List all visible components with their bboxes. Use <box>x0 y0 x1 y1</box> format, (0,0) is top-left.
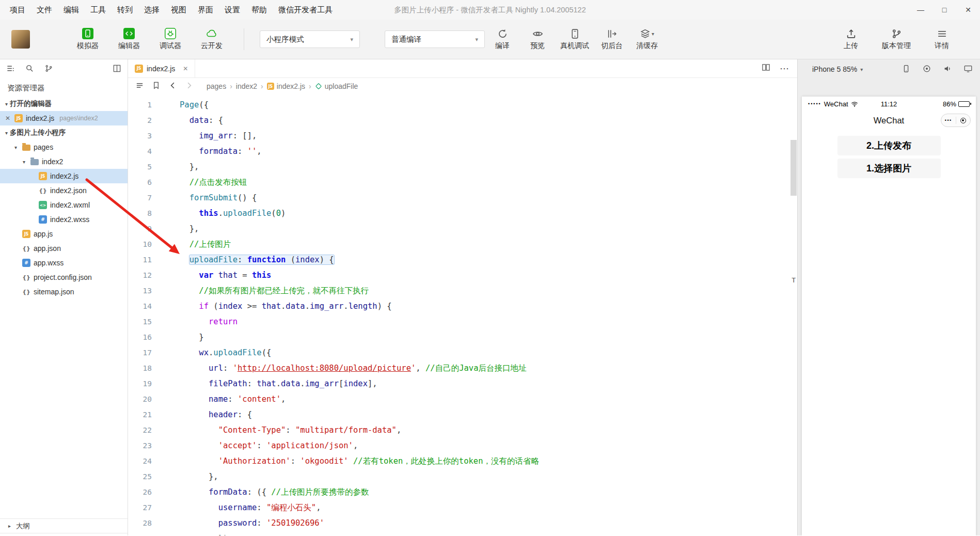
code-line[interactable]: filePath: that.data.img_arr[index], <box>180 376 797 391</box>
device-selector[interactable]: iPhone 5 85% <box>812 65 857 73</box>
code-line[interactable]: this.uploadFile(0) <box>180 206 797 221</box>
code-line[interactable]: //如果所有图片都已经上传完，就不再往下执行 <box>180 283 797 298</box>
open-editors-header[interactable]: ▾打开的编辑器 <box>0 97 128 111</box>
code-line[interactable]: formSubmit() { <box>180 190 797 206</box>
code-line[interactable]: username: "编程小石头", <box>180 500 797 515</box>
line-number[interactable]: 7 <box>128 190 152 206</box>
menu-item[interactable]: 工具 <box>85 0 112 20</box>
debugger-toggle-button[interactable]: 调试器 <box>154 28 187 51</box>
line-number[interactable]: 11 <box>128 252 152 267</box>
back-arrow-button[interactable] <box>168 81 177 91</box>
line-number[interactable]: 9 <box>128 221 152 237</box>
search-button[interactable] <box>25 64 34 75</box>
menu-item[interactable]: 选择 <box>138 0 165 20</box>
sound-button[interactable] <box>943 64 952 75</box>
display-button[interactable] <box>963 64 973 75</box>
upload-button[interactable]: 上传 <box>839 28 863 51</box>
line-number[interactable]: 2 <box>128 113 152 128</box>
code-line[interactable]: "Content-Type": "multipart/form-data", <box>180 422 797 438</box>
code-line[interactable]: 'accept': 'application/json', <box>180 438 797 453</box>
breadcrumb-item[interactable]: pages <box>207 82 226 90</box>
tree-item[interactable]: {}app.json <box>0 241 128 256</box>
menu-item[interactable]: 编辑 <box>58 0 85 20</box>
line-number[interactable]: 17 <box>128 345 152 360</box>
code-line[interactable]: password: '2501902696' <box>180 515 797 531</box>
menu-item[interactable]: 项目 <box>4 0 31 20</box>
files-list-button[interactable] <box>6 64 15 75</box>
sidebar-section[interactable]: ▸时间线 <box>0 533 128 535</box>
bookmark-button[interactable] <box>152 81 161 91</box>
clear-cache-button[interactable]: ▾清缓存 <box>635 28 659 51</box>
tree-item[interactable]: ▾pages <box>0 140 128 154</box>
tree-item[interactable]: #app.wxss <box>0 256 128 270</box>
menu-item[interactable]: 微信开发者工具 <box>273 0 338 20</box>
line-number[interactable]: 12 <box>128 267 152 283</box>
split-editor-button[interactable] <box>762 63 770 74</box>
code-line[interactable]: data: { <box>180 113 797 128</box>
line-number[interactable]: 21 <box>128 407 152 422</box>
line-number[interactable]: 14 <box>128 298 152 314</box>
line-number[interactable]: 23 <box>128 438 152 453</box>
tree-item[interactable]: <>index2.wxml <box>0 198 128 212</box>
line-number[interactable]: 26 <box>128 484 152 500</box>
collapse-panel-button[interactable] <box>113 64 121 75</box>
compile-button[interactable]: 编译 <box>490 28 515 51</box>
editor-scrollbar[interactable] <box>790 94 797 535</box>
code-line[interactable]: url: 'http://localhost:8080/upload/pictu… <box>180 360 797 376</box>
capsule-more-button[interactable]: ••• <box>941 114 956 127</box>
source-control-button[interactable] <box>44 64 53 75</box>
line-number[interactable]: 6 <box>128 175 152 190</box>
capsule-close-button[interactable] <box>956 114 971 127</box>
code-line[interactable]: uploadFile: function (index) { <box>180 252 797 267</box>
line-number[interactable]: 22 <box>128 422 152 438</box>
line-number[interactable]: 27 <box>128 500 152 515</box>
user-avatar[interactable] <box>11 30 30 49</box>
line-number[interactable]: 25 <box>128 469 152 484</box>
line-number[interactable]: 8 <box>128 206 152 221</box>
miniprogram-button[interactable]: 1.选择图片 <box>837 159 941 178</box>
code-line[interactable]: wx.uploadFile({ <box>180 345 797 360</box>
tree-item[interactable]: JSapp.js <box>0 227 128 241</box>
mode-select[interactable]: 小程序模式 ▾ <box>260 30 360 48</box>
code-line[interactable]: } <box>180 329 797 345</box>
line-number[interactable]: 15 <box>128 314 152 329</box>
line-number[interactable]: 28 <box>128 515 152 531</box>
code-line[interactable]: }), <box>180 531 797 535</box>
scrollbar-thumb[interactable] <box>791 140 797 196</box>
line-number[interactable]: 1 <box>128 97 152 113</box>
code-line[interactable]: if (index >= that.data.img_arr.length) { <box>180 298 797 314</box>
sidebar-section[interactable]: ▸大纲 <box>0 518 128 533</box>
code-line[interactable]: }, <box>180 159 797 175</box>
code-line[interactable]: //上传图片 <box>180 237 797 252</box>
screenshot-button[interactable] <box>922 64 931 75</box>
open-editor-item[interactable]: ✕JSindex2.jspages\index2 <box>0 111 128 125</box>
code-line[interactable]: img_arr: [], <box>180 128 797 144</box>
menu-item[interactable]: 视图 <box>165 0 192 20</box>
breadcrumb-item[interactable]: index2 <box>236 82 257 90</box>
code-editor[interactable]: 1234567891011121314151617181920212223242… <box>128 94 797 535</box>
project-header[interactable]: ▾多图片上传小程序 <box>0 125 128 140</box>
breadcrumb-item[interactable]: JSindex2.js <box>267 82 305 90</box>
simulator-toggle-button[interactable]: 模拟器 <box>71 28 104 51</box>
tab-close-icon[interactable]: ✕ <box>183 65 188 72</box>
tree-item[interactable]: JSindex2.js <box>0 169 128 183</box>
outline-list-button[interactable] <box>135 81 144 91</box>
menu-item[interactable]: 帮助 <box>246 0 273 20</box>
breadcrumb-item[interactable]: uploadFile <box>315 82 358 90</box>
preview-button[interactable]: 预览 <box>525 28 550 51</box>
code-line[interactable]: return <box>180 314 797 329</box>
details-button[interactable]: 详情 <box>929 28 954 51</box>
code-line[interactable]: Page({ <box>180 97 797 113</box>
close-button[interactable]: ✕ <box>956 0 980 20</box>
code-line[interactable]: }, <box>180 469 797 484</box>
rotate-device-button[interactable] <box>902 64 911 75</box>
code-line[interactable]: formData: ({ //上传图片所要携带的参数 <box>180 484 797 500</box>
code-line[interactable]: name: 'content', <box>180 391 797 407</box>
line-number[interactable]: 29 <box>128 531 152 535</box>
tree-item[interactable]: {}index2.json <box>0 183 128 198</box>
tree-item[interactable]: {}project.config.json <box>0 270 128 285</box>
version-button[interactable]: 版本管理 <box>882 28 911 51</box>
background-button[interactable]: 切后台 <box>599 28 624 51</box>
editor-tab[interactable]: JS index2.js ✕ <box>128 59 195 77</box>
editor-toggle-button[interactable]: 编辑器 <box>113 28 146 51</box>
